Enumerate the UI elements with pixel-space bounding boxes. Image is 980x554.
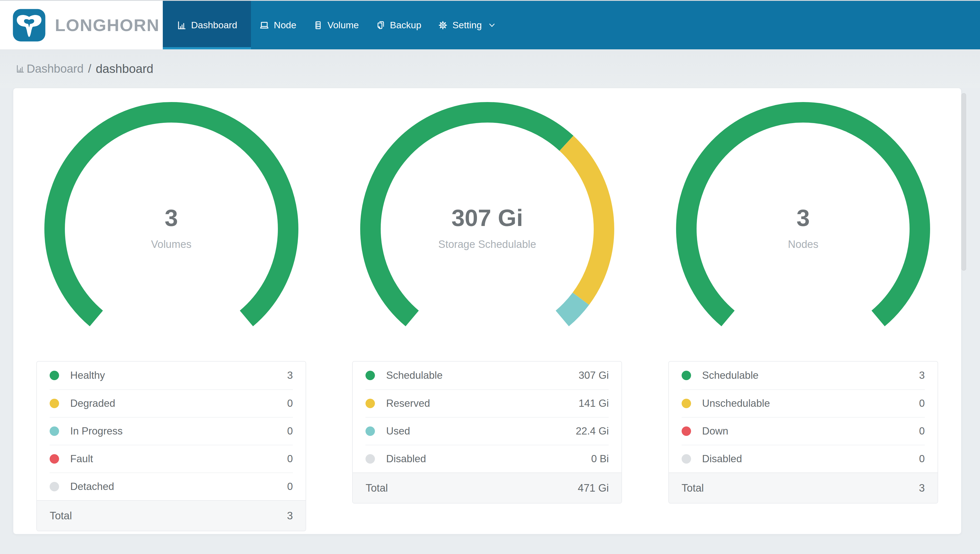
legend-row-used: Used22.4 Gi: [366, 417, 609, 445]
legend-label: Unschedulable: [702, 398, 770, 409]
legend-total-row: Total 471 Gi: [353, 473, 622, 503]
legend-row-degraded: Degraded0: [49, 389, 293, 417]
nav-item-dashboard[interactable]: Dashboard: [163, 1, 251, 49]
legend-body: Healthy3Degraded0In Progress0Fault0Detac…: [37, 361, 305, 500]
legend-total-row: Total 3: [669, 473, 937, 503]
legend-value: 0: [287, 453, 293, 465]
total-value: 3: [919, 482, 925, 494]
nav-item-setting[interactable]: Setting: [430, 1, 504, 49]
nav-item-label: Setting: [452, 20, 482, 30]
legend-value: 0: [919, 425, 925, 437]
status-dot: [366, 399, 375, 408]
volumes-panel: 3 Volumes Healthy3Degraded0In Progress0F…: [13, 88, 329, 534]
legend-label: Healthy: [70, 369, 105, 381]
legend-value: 3: [919, 369, 925, 381]
chevron-down-icon: [488, 21, 496, 29]
nav-item-backup[interactable]: Backup: [367, 1, 430, 49]
navbar: LONGHORN Dashboard Node: [0, 1, 980, 49]
legend-row-schedulable: Schedulable307 Gi: [366, 361, 609, 389]
storage-gauge-arc: [360, 102, 615, 357]
legend-row-unschedulable: Unschedulable0: [682, 389, 925, 417]
status-dot: [366, 427, 375, 436]
breadcrumb-section[interactable]: Dashboard: [27, 62, 83, 75]
longhorn-bull-icon: [12, 8, 46, 42]
legend-row-disabled: Disabled0 Bi: [366, 445, 609, 473]
status-dot: [49, 399, 59, 408]
volumes-gauge: 3 Volumes: [44, 102, 299, 357]
legend-label: Schedulable: [702, 369, 759, 381]
legend-label: Detached: [70, 481, 114, 492]
nav-item-label: Volume: [328, 20, 359, 30]
legend-label: Disabled: [386, 453, 426, 465]
status-dot: [682, 427, 691, 436]
storage-panel: 307 Gi Storage Schedulable Schedulable30…: [329, 88, 645, 534]
legend-value: 0: [287, 481, 293, 492]
legend-row-healthy: Healthy3: [49, 361, 293, 389]
gauge-segment-reserved: [566, 143, 604, 299]
legend-label: Schedulable: [386, 369, 442, 381]
legend-value: 0: [919, 398, 925, 409]
status-dot: [49, 482, 59, 491]
laptop-icon: [259, 20, 269, 30]
legend-row-reserved: Reserved141 Gi: [366, 389, 609, 417]
storage-legend-table: Schedulable307 GiReserved141 GiUsed22.4 …: [352, 361, 622, 503]
total-label: Total: [682, 482, 704, 494]
total-label: Total: [49, 510, 72, 522]
legend-row-in-progress: In Progress0: [49, 417, 293, 445]
status-dot: [366, 454, 375, 463]
legend-label: Disabled: [702, 453, 742, 465]
dashboard-card: 3 Volumes Healthy3Degraded0In Progress0F…: [13, 88, 961, 534]
legend-label: Down: [702, 425, 729, 437]
legend-body: Schedulable3Unschedulable0Down0Disabled0: [669, 361, 937, 473]
status-dot: [366, 371, 375, 380]
volumes-legend-table: Healthy3Degraded0In Progress0Fault0Detac…: [36, 361, 306, 531]
scrollbar-thumb[interactable]: [961, 93, 966, 271]
nav-item-label: Backup: [390, 20, 421, 30]
legend-label: Used: [386, 425, 410, 437]
legend-value: 0: [919, 453, 925, 465]
brand-name: LONGHORN: [55, 15, 160, 35]
nodes-gauge: 3 Nodes: [676, 102, 931, 357]
legend-label: Fault: [70, 453, 93, 465]
total-value: 471 Gi: [578, 482, 609, 494]
legend-value: 0: [287, 398, 293, 409]
nodes-gauge-arc: [676, 102, 931, 357]
nav-menu: Dashboard Node Volume: [163, 1, 504, 49]
status-dot: [682, 399, 691, 408]
status-dot: [49, 454, 59, 463]
copy-icon: [375, 20, 385, 30]
storage-gauge: 307 Gi Storage Schedulable: [360, 102, 615, 357]
breadcrumb-separator: /: [88, 62, 91, 75]
nav-item-volume[interactable]: Volume: [305, 1, 367, 49]
legend-label: In Progress: [70, 425, 123, 437]
nav-item-label: Dashboard: [191, 20, 237, 30]
legend-row-down: Down0: [682, 417, 925, 445]
legend-label: Reserved: [386, 398, 430, 409]
legend-row-fault: Fault0: [49, 445, 293, 473]
legend-value: 307 Gi: [579, 369, 609, 381]
gauge-segment-schedulable: [371, 112, 566, 318]
breadcrumb: Dashboard / dashboard: [0, 49, 980, 88]
nav-item-node[interactable]: Node: [251, 1, 304, 49]
brand-logo[interactable]: LONGHORN: [0, 1, 163, 49]
gauge-segment-healthy: [55, 112, 288, 318]
total-value: 3: [287, 510, 293, 522]
legend-body: Schedulable307 GiReserved141 GiUsed22.4 …: [353, 361, 622, 473]
legend-value: 3: [287, 369, 293, 381]
legend-label: Degraded: [70, 398, 115, 409]
database-icon: [313, 20, 323, 30]
bar-chart-icon: [177, 20, 187, 30]
breadcrumb-current-page: dashboard: [95, 62, 153, 76]
legend-value: 22.4 Gi: [576, 425, 609, 437]
legend-row-schedulable: Schedulable3: [682, 361, 925, 389]
nodes-legend-table: Schedulable3Unschedulable0Down0Disabled0…: [668, 361, 938, 503]
gauge-segment-used: [562, 299, 581, 318]
status-dot: [49, 371, 59, 380]
nav-item-label: Node: [274, 20, 296, 30]
legend-value: 0 Bi: [591, 453, 609, 465]
legend-row-detached: Detached0: [49, 473, 293, 500]
legend-value: 141 Gi: [579, 398, 609, 409]
bar-chart-icon: [16, 64, 25, 73]
window-top-hairline: [0, 0, 980, 1]
status-dot: [682, 454, 691, 463]
